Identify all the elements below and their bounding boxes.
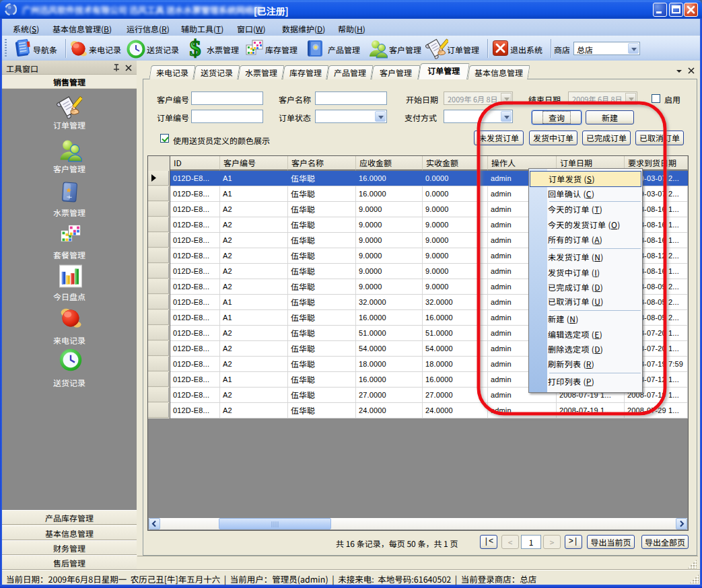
- svg-text:$: $: [190, 38, 201, 59]
